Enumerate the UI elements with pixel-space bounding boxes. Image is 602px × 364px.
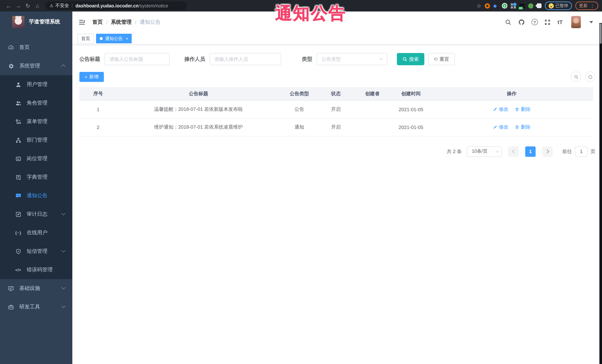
toggle-search-button[interactable] [571,72,581,82]
chevron-icon [61,304,66,308]
avatar-caret-icon[interactable] [589,21,593,23]
page-size-select[interactable]: 10条/页 [467,146,502,156]
sidebar-item[interactable]: 首页 [0,38,72,57]
sidebar-item-label: 菜单管理 [27,118,47,125]
sidebar-item-label: 在线用户 [27,229,47,236]
app-logo-row[interactable]: 芋道管理系统 [0,11,72,32]
breadcrumb-system[interactable]: 系统管理 [111,19,132,25]
col-time: 创建时间 [392,87,430,100]
sidebar-item[interactable]: </> 错误码管理 [0,260,72,279]
search-icon[interactable] [505,19,512,26]
sidebar-item-label: 系统管理 [19,63,40,69]
sidebar-item[interactable]: 字典管理 [0,168,72,187]
sidebar-item[interactable]: {··} 在线用户 [0,224,72,242]
cell-actions: 修改 删除 [430,118,593,136]
notice-type-select[interactable]: 公告类型 [317,53,387,65]
security-label[interactable]: 不安全 [55,3,69,9]
url-path: /system/notice [139,3,168,8]
sidebar-item[interactable]: 审计日志 [0,205,72,224]
goto-label: 前往 [562,148,572,155]
address-bar[interactable]: ⚠ 不安全 dashboard.yudao.iocoder.cn/system/… [45,1,187,10]
next-page-button[interactable] [542,146,553,156]
tab-close-icon[interactable] [126,37,128,41]
sidebar-item-label: 首页 [19,44,30,51]
add-button[interactable]: 新增 [79,72,104,82]
update-chip[interactable]: 更新 ⋮ [575,1,598,10]
sidebar-item-label: 字典管理 [27,174,47,180]
user-avatar[interactable] [571,16,581,28]
sidebar-item[interactable]: 角色管理 [0,94,72,112]
scrollbar-thumb[interactable] [600,23,602,44]
cell-no: 1 [79,100,117,118]
type-label: 类型 [302,56,312,62]
gear-icon [7,63,14,69]
edit-link[interactable]: 修改 [493,106,508,113]
notice-title-input[interactable] [105,53,170,65]
cell-creator [353,118,392,136]
extension-plant-icon[interactable] [528,3,533,8]
window-scrollbar[interactable] [599,23,602,364]
operator-label: 操作人员 [184,56,205,62]
page-content: 公告标题 操作人员 类型 公告类型 搜索 [72,45,602,364]
delete-link[interactable]: 删除 [515,106,531,113]
bookmark-star-icon[interactable]: ☆ [477,3,481,9]
announcement-icon [15,192,22,199]
sidebar-item[interactable]: 系统管理 [0,57,72,75]
sidebar-item[interactable]: 短信管理 [0,242,72,260]
edit-link[interactable]: 修改 [493,124,508,130]
cell-time: 2021-01-05 [392,118,430,136]
chevron-icon [61,285,66,290]
sidebar-item-label: 研发工具 [19,304,40,310]
breadcrumb-home[interactable]: 首页 [92,19,103,25]
refresh-table-button[interactable] [585,72,595,82]
extension-y-icon[interactable]: y [502,3,507,9]
sidebar-item-label: 错误码管理 [27,267,53,273]
extension-grid-icon[interactable] [511,3,516,8]
toolbar-right [571,72,595,82]
font-size-icon[interactable]: tT [558,19,563,25]
extension-list-icon[interactable]: on [519,3,525,8]
extension-donut-icon[interactable] [484,3,490,8]
tag-view-tab[interactable]: 通知公告 [96,34,132,43]
home-icon[interactable]: ⌂ [33,3,42,9]
cell-type: 公告 [280,100,319,118]
sidebar-item[interactable]: 用户管理 [0,75,72,94]
sidebar-item[interactable]: 岗位管理 [0,149,72,168]
sidebar-item[interactable]: 菜单管理 [0,112,72,131]
cell-type: 通知 [280,118,319,136]
prev-page-button[interactable] [508,146,518,156]
url-text[interactable]: dashboard.yudao.iocoder.cn/system/notice [75,3,168,8]
sidebar-item[interactable]: 研发工具 [0,298,72,316]
profile-paused-chip[interactable]: 已暂停 [545,1,572,10]
cell-creator [353,100,392,118]
search-button[interactable]: 搜索 [397,53,424,65]
extension-gem-icon[interactable]: ◆ [493,3,498,8]
sidebar-item[interactable]: 基础设施 [0,279,72,298]
tags-view-bar: 首页 通知公告 [72,33,602,45]
cell-time: 2021-01-05 [392,100,430,118]
operator-input[interactable] [210,53,281,65]
forward-icon[interactable]: → [13,3,23,9]
chevron-down-icon [379,56,383,60]
sidebar-menu: 首页 系统管理 用户管理 角色管理 [0,32,72,316]
github-icon[interactable] [518,19,525,26]
current-page-button[interactable]: 1 [525,146,536,156]
sidebar-collapse-icon[interactable] [78,18,86,26]
sidebar-item[interactable]: 部门管理 [0,131,72,149]
goto-page-input[interactable] [575,146,588,156]
emoji-avatar-icon [548,3,554,8]
tag-view-tab[interactable]: 首页 [77,34,94,43]
cell-title: 维护通知：2018-07-01 若依系统凌晨维护 [117,118,280,136]
reload-icon[interactable]: ↻ [23,2,33,9]
pagination: 共 2 条 10条/页 1 前往 页 [79,146,595,156]
sidebar-item[interactable]: 通知公告 [0,187,72,205]
back-icon[interactable]: ← [4,3,13,9]
sidebar-item-label: 角色管理 [27,100,47,106]
help-icon[interactable]: ? [532,19,538,25]
extensions-puzzle-icon[interactable] [537,3,541,8]
col-actions: 操作 [430,87,593,100]
browser-menu-kebab-icon[interactable]: ⋮ [590,3,595,8]
fullscreen-icon[interactable] [544,19,551,26]
reset-button[interactable]: ⟲ 重置 [428,53,455,65]
delete-link[interactable]: 删除 [515,124,531,130]
